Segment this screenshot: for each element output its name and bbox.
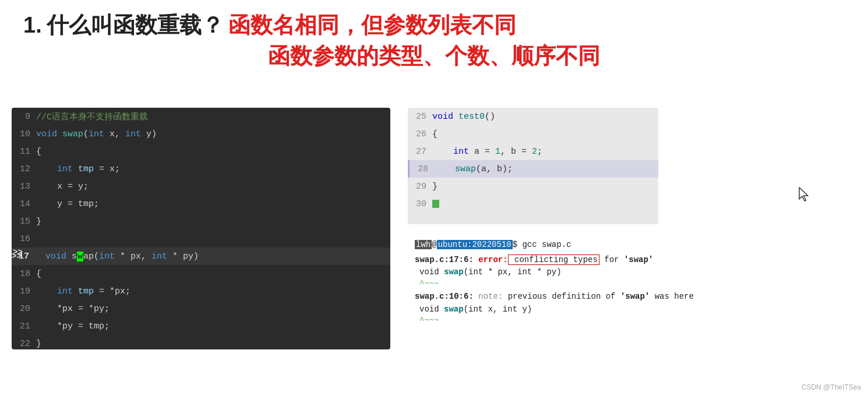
code-line-22: 22 }	[12, 335, 390, 349]
title-line1: 1. 什么叫函数重载？ 函数名相同，但参数列表不同	[23, 10, 845, 40]
term-conflict-text: conflicting types	[508, 254, 599, 265]
terminal-panel: lwh@ubuntu:20220510$ gcc swap.c swap.c:1…	[408, 233, 851, 361]
code-line-20: 20 *px = *py;	[12, 300, 390, 317]
rcode-line-25: 25 void test0()	[408, 108, 658, 125]
terminal-error-line: swap.c:17:6: error: conflicting types fo…	[415, 254, 844, 267]
terminal-code-echo-1: void swap(int * px, int * py)	[419, 266, 844, 279]
rcode-line-28: 28 swap(a, b);	[408, 160, 658, 178]
code-line-9: 9 //C语言本身不支持函数重载	[12, 108, 390, 125]
right-code-panel: 25 void test0() 26 { 27 int a = 1, b = 2…	[408, 108, 658, 224]
rcode-line-26: 26 {	[408, 125, 658, 143]
term-host: ubuntu:20220510	[437, 240, 513, 249]
title-red-text: 函数名相同，但参数列表不同	[228, 10, 516, 40]
term-error-swap: 'swap'	[624, 255, 653, 264]
title-number: 1.	[23, 13, 42, 38]
code-line-14: 14 y = tmp;	[12, 195, 390, 213]
code-line-19: 19 int tmp = *px;	[12, 282, 390, 300]
terminal-tilde-2: ^~~~	[419, 316, 844, 325]
left-code-panel: 9 //C语言本身不支持函数重载 10 void swap(int x, int…	[12, 108, 390, 349]
watermark: CSDN @TheITSea	[802, 383, 861, 391]
terminal-tilde-1: ^~~~	[419, 279, 844, 288]
code-line-15: 15 }	[12, 213, 390, 230]
term-cmd: $ gcc swap.c	[513, 240, 571, 249]
terminal-note-line: swap.c:10:6: note: previous definition o…	[415, 291, 844, 303]
term-error-file: swap.c:17:6:	[415, 255, 474, 264]
rcode-line-29: 29 }	[408, 178, 658, 195]
term-note-swap: 'swap'	[620, 292, 650, 301]
code-line-13: 13 x = y;	[12, 178, 390, 195]
code-line-18: 18 {	[12, 265, 390, 282]
code-line-11: 11 {	[12, 143, 390, 160]
terminal-code-echo-2: void swap(int x, int y)	[419, 303, 844, 316]
terminal-prompt: lwh@ubuntu:20220510$ gcc swap.c	[415, 239, 844, 252]
title-area: 1. 什么叫函数重载？ 函数名相同，但参数列表不同 函数参数的类型、个数、顺序不…	[23, 10, 845, 71]
code-line-10: 10 void swap(int x, int y)	[12, 125, 390, 143]
rcode-line-30: 30	[408, 195, 658, 213]
code-line-16: 16	[12, 230, 390, 248]
code-line-12: 12 int tmp = x;	[12, 160, 390, 178]
code-line-21: 21 *py = tmp;	[12, 317, 390, 335]
term-note-was-here: was here	[650, 292, 694, 301]
mouse-cursor-icon	[798, 186, 810, 203]
term-note-label: note:	[474, 292, 503, 301]
arrow-marker: >>	[13, 248, 23, 257]
term-note-file: swap.c:10:6:	[415, 292, 474, 301]
term-user: lwh	[415, 240, 432, 249]
rcode-line-27: 27 int a = 1, b = 2;	[408, 143, 658, 160]
code-line-17: 17 void swap(int * px, int * py)	[12, 248, 390, 265]
term-error-label: error:	[474, 255, 508, 264]
title-black-text: 什么叫函数重载？	[47, 10, 224, 40]
term-note-text: previous definition of	[503, 292, 620, 301]
title-line2: 函数参数的类型、个数、顺序不同	[23, 41, 845, 71]
